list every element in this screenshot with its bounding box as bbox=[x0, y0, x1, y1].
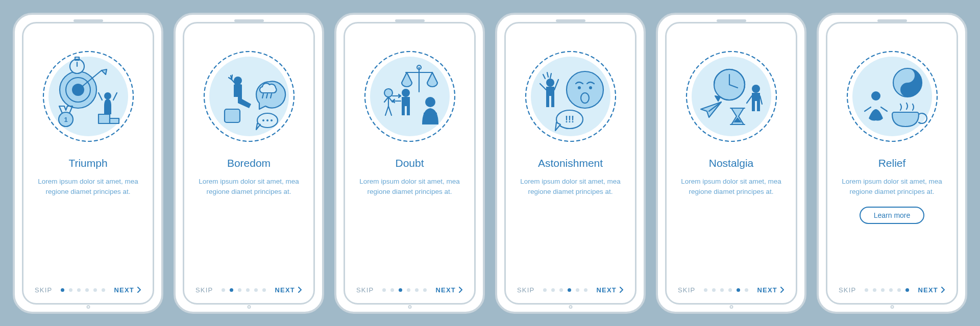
phone-frame: 1 Triumph Lorem ipsum dolor sit amet, me… bbox=[13, 13, 163, 314]
phone-speaker bbox=[395, 19, 425, 22]
onboarding-nav: SKIP NEXT bbox=[517, 278, 624, 294]
phone-speaker bbox=[556, 19, 585, 22]
skip-button[interactable]: SKIP bbox=[35, 286, 52, 294]
screen-body: Lorem ipsum dolor sit amet, mea regione … bbox=[517, 177, 624, 198]
page-dot[interactable] bbox=[407, 288, 410, 292]
page-dot[interactable] bbox=[737, 288, 740, 292]
page-dot[interactable] bbox=[712, 288, 716, 292]
page-dot[interactable] bbox=[102, 288, 105, 292]
screen-body: Lorem ipsum dolor sit amet, mea regione … bbox=[678, 177, 785, 198]
learn-more-button[interactable]: Learn more bbox=[860, 207, 925, 224]
page-dot[interactable] bbox=[399, 288, 402, 292]
page-dot[interactable] bbox=[390, 288, 394, 292]
astonishment-icon: !!! bbox=[520, 43, 622, 145]
chevron-right-icon bbox=[780, 287, 785, 293]
svg-point-28 bbox=[271, 119, 273, 121]
page-dot[interactable] bbox=[77, 288, 81, 292]
phone-speaker bbox=[877, 19, 907, 22]
onboarding-screen: !!! Astonishment Lorem ipsum dolor sit a… bbox=[504, 22, 636, 305]
skip-button[interactable]: SKIP bbox=[517, 286, 534, 294]
doubt-icon bbox=[359, 43, 461, 145]
page-dot[interactable] bbox=[61, 288, 64, 292]
svg-point-67 bbox=[871, 91, 880, 101]
page-dot[interactable] bbox=[69, 288, 72, 292]
onboarding-nav: SKIP NEXT bbox=[195, 278, 302, 294]
triumph-icon: 1 bbox=[37, 43, 139, 145]
page-dot[interactable] bbox=[897, 288, 901, 292]
svg-rect-10 bbox=[99, 114, 110, 123]
page-dot[interactable] bbox=[415, 288, 419, 292]
page-dots bbox=[865, 288, 909, 292]
svg-point-27 bbox=[266, 119, 268, 121]
skip-button[interactable]: SKIP bbox=[839, 286, 856, 294]
phone-frame: Boredom Lorem ipsum dolor sit amet, mea … bbox=[174, 13, 324, 314]
page-dot[interactable] bbox=[559, 288, 563, 292]
page-dot[interactable] bbox=[93, 288, 97, 292]
svg-point-65 bbox=[905, 73, 910, 78]
svg-rect-19 bbox=[225, 109, 240, 122]
screen-title: Relief bbox=[878, 157, 906, 169]
page-dot[interactable] bbox=[238, 288, 241, 292]
svg-text:!!!: !!! bbox=[565, 114, 574, 124]
page-dot[interactable] bbox=[222, 288, 225, 292]
skip-button[interactable]: SKIP bbox=[678, 286, 695, 294]
page-dot[interactable] bbox=[230, 288, 233, 292]
phone-speaker bbox=[234, 19, 264, 22]
page-dot[interactable] bbox=[745, 288, 748, 292]
page-dots bbox=[543, 288, 587, 292]
page-dot[interactable] bbox=[881, 288, 885, 292]
screen-title: Boredom bbox=[227, 157, 271, 169]
phone-home-indicator bbox=[729, 305, 733, 309]
onboarding-nav: SKIP NEXT bbox=[678, 278, 785, 294]
screen-body: Lorem ipsum dolor sit amet, mea regione … bbox=[356, 177, 463, 198]
skip-button[interactable]: SKIP bbox=[195, 286, 213, 294]
onboarding-screen: 1 Triumph Lorem ipsum dolor sit amet, me… bbox=[22, 22, 154, 305]
nostalgia-icon bbox=[680, 43, 782, 145]
page-dot[interactable] bbox=[246, 288, 250, 292]
next-button[interactable]: NEXT bbox=[114, 286, 141, 294]
next-button[interactable]: NEXT bbox=[597, 286, 624, 294]
page-dot[interactable] bbox=[720, 288, 724, 292]
page-dot[interactable] bbox=[85, 288, 89, 292]
page-dot[interactable] bbox=[584, 288, 587, 292]
svg-point-44 bbox=[589, 86, 592, 89]
page-dot[interactable] bbox=[423, 288, 427, 292]
page-dot[interactable] bbox=[254, 288, 258, 292]
page-dot[interactable] bbox=[865, 288, 868, 292]
next-button[interactable]: NEXT bbox=[275, 286, 302, 294]
phone-frame: Doubt Lorem ipsum dolor sit amet, mea re… bbox=[334, 13, 485, 314]
next-label: NEXT bbox=[597, 286, 617, 294]
next-button[interactable]: NEXT bbox=[436, 286, 463, 294]
page-dot[interactable] bbox=[262, 288, 266, 292]
page-dot[interactable] bbox=[873, 288, 876, 292]
page-dot[interactable] bbox=[568, 288, 571, 292]
boredom-icon bbox=[198, 43, 300, 145]
skip-button[interactable]: SKIP bbox=[356, 286, 374, 294]
svg-point-36 bbox=[402, 89, 410, 97]
page-dot[interactable] bbox=[905, 288, 909, 292]
page-dot[interactable] bbox=[728, 288, 732, 292]
chevron-right-icon bbox=[620, 287, 624, 293]
svg-point-46 bbox=[546, 79, 554, 87]
next-label: NEXT bbox=[275, 286, 295, 294]
phone-home-indicator bbox=[569, 305, 572, 309]
page-dot[interactable] bbox=[382, 288, 386, 292]
next-label: NEXT bbox=[757, 286, 777, 294]
svg-point-26 bbox=[262, 119, 264, 121]
phone-frame: Relief Lorem ipsum dolor sit amet, mea r… bbox=[817, 13, 967, 314]
next-label: NEXT bbox=[918, 286, 938, 294]
screen-title: Doubt bbox=[395, 157, 424, 169]
next-button[interactable]: NEXT bbox=[757, 286, 785, 294]
page-dot[interactable] bbox=[543, 288, 547, 292]
onboarding-screen: Relief Lorem ipsum dolor sit amet, mea r… bbox=[826, 22, 958, 305]
page-dot[interactable] bbox=[704, 288, 707, 292]
page-dot[interactable] bbox=[889, 288, 893, 292]
phone-speaker bbox=[717, 19, 746, 22]
next-label: NEXT bbox=[114, 286, 134, 294]
page-dot[interactable] bbox=[551, 288, 555, 292]
phone-home-indicator bbox=[247, 305, 251, 309]
screen-body: Lorem ipsum dolor sit amet, mea regione … bbox=[839, 177, 945, 198]
next-button[interactable]: NEXT bbox=[918, 286, 945, 294]
phone-frame: !!! Astonishment Lorem ipsum dolor sit a… bbox=[495, 13, 646, 314]
page-dot[interactable] bbox=[576, 288, 579, 292]
